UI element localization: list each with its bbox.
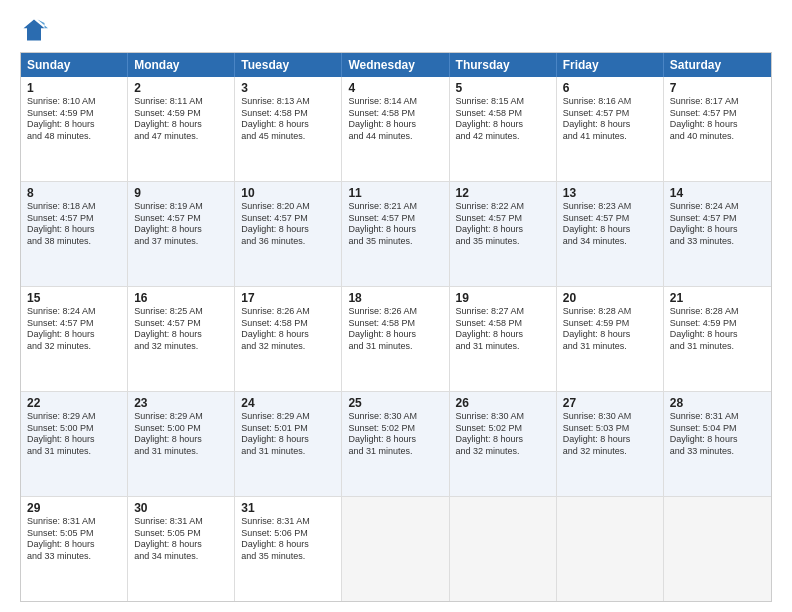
header-day-monday: Monday (128, 53, 235, 77)
calendar-row-4: 22Sunrise: 8:29 AM Sunset: 5:00 PM Dayli… (21, 391, 771, 496)
calendar-cell: 21Sunrise: 8:28 AM Sunset: 4:59 PM Dayli… (664, 287, 771, 391)
day-number: 5 (456, 81, 550, 95)
day-info: Sunrise: 8:26 AM Sunset: 4:58 PM Dayligh… (348, 306, 442, 353)
day-number: 25 (348, 396, 442, 410)
calendar-cell: 4Sunrise: 8:14 AM Sunset: 4:58 PM Daylig… (342, 77, 449, 181)
day-number: 9 (134, 186, 228, 200)
calendar-cell: 17Sunrise: 8:26 AM Sunset: 4:58 PM Dayli… (235, 287, 342, 391)
calendar-cell: 9Sunrise: 8:19 AM Sunset: 4:57 PM Daylig… (128, 182, 235, 286)
day-info: Sunrise: 8:16 AM Sunset: 4:57 PM Dayligh… (563, 96, 657, 143)
day-info: Sunrise: 8:23 AM Sunset: 4:57 PM Dayligh… (563, 201, 657, 248)
day-number: 21 (670, 291, 765, 305)
calendar-cell: 14Sunrise: 8:24 AM Sunset: 4:57 PM Dayli… (664, 182, 771, 286)
day-info: Sunrise: 8:31 AM Sunset: 5:06 PM Dayligh… (241, 516, 335, 563)
calendar-cell: 25Sunrise: 8:30 AM Sunset: 5:02 PM Dayli… (342, 392, 449, 496)
day-info: Sunrise: 8:28 AM Sunset: 4:59 PM Dayligh… (563, 306, 657, 353)
calendar-cell: 1Sunrise: 8:10 AM Sunset: 4:59 PM Daylig… (21, 77, 128, 181)
calendar-cell: 19Sunrise: 8:27 AM Sunset: 4:58 PM Dayli… (450, 287, 557, 391)
day-number: 29 (27, 501, 121, 515)
day-number: 10 (241, 186, 335, 200)
calendar-body: 1Sunrise: 8:10 AM Sunset: 4:59 PM Daylig… (21, 77, 771, 601)
day-info: Sunrise: 8:26 AM Sunset: 4:58 PM Dayligh… (241, 306, 335, 353)
header-day-sunday: Sunday (21, 53, 128, 77)
day-info: Sunrise: 8:21 AM Sunset: 4:57 PM Dayligh… (348, 201, 442, 248)
calendar-row-5: 29Sunrise: 8:31 AM Sunset: 5:05 PM Dayli… (21, 496, 771, 601)
calendar-cell: 20Sunrise: 8:28 AM Sunset: 4:59 PM Dayli… (557, 287, 664, 391)
calendar-cell: 3Sunrise: 8:13 AM Sunset: 4:58 PM Daylig… (235, 77, 342, 181)
calendar: SundayMondayTuesdayWednesdayThursdayFrid… (20, 52, 772, 602)
day-info: Sunrise: 8:18 AM Sunset: 4:57 PM Dayligh… (27, 201, 121, 248)
day-number: 28 (670, 396, 765, 410)
day-number: 23 (134, 396, 228, 410)
calendar-cell: 11Sunrise: 8:21 AM Sunset: 4:57 PM Dayli… (342, 182, 449, 286)
calendar-cell: 26Sunrise: 8:30 AM Sunset: 5:02 PM Dayli… (450, 392, 557, 496)
day-info: Sunrise: 8:22 AM Sunset: 4:57 PM Dayligh… (456, 201, 550, 248)
calendar-cell: 2Sunrise: 8:11 AM Sunset: 4:59 PM Daylig… (128, 77, 235, 181)
calendar-cell: 13Sunrise: 8:23 AM Sunset: 4:57 PM Dayli… (557, 182, 664, 286)
calendar-cell: 24Sunrise: 8:29 AM Sunset: 5:01 PM Dayli… (235, 392, 342, 496)
day-number: 11 (348, 186, 442, 200)
day-number: 3 (241, 81, 335, 95)
day-number: 16 (134, 291, 228, 305)
calendar-cell: 22Sunrise: 8:29 AM Sunset: 5:00 PM Dayli… (21, 392, 128, 496)
day-info: Sunrise: 8:13 AM Sunset: 4:58 PM Dayligh… (241, 96, 335, 143)
calendar-cell: 8Sunrise: 8:18 AM Sunset: 4:57 PM Daylig… (21, 182, 128, 286)
day-info: Sunrise: 8:30 AM Sunset: 5:02 PM Dayligh… (348, 411, 442, 458)
calendar-cell: 10Sunrise: 8:20 AM Sunset: 4:57 PM Dayli… (235, 182, 342, 286)
day-number: 15 (27, 291, 121, 305)
day-info: Sunrise: 8:11 AM Sunset: 4:59 PM Dayligh… (134, 96, 228, 143)
day-info: Sunrise: 8:15 AM Sunset: 4:58 PM Dayligh… (456, 96, 550, 143)
day-info: Sunrise: 8:17 AM Sunset: 4:57 PM Dayligh… (670, 96, 765, 143)
calendar-row-3: 15Sunrise: 8:24 AM Sunset: 4:57 PM Dayli… (21, 286, 771, 391)
day-info: Sunrise: 8:24 AM Sunset: 4:57 PM Dayligh… (27, 306, 121, 353)
logo (20, 16, 52, 44)
day-info: Sunrise: 8:24 AM Sunset: 4:57 PM Dayligh… (670, 201, 765, 248)
day-info: Sunrise: 8:28 AM Sunset: 4:59 PM Dayligh… (670, 306, 765, 353)
day-info: Sunrise: 8:20 AM Sunset: 4:57 PM Dayligh… (241, 201, 335, 248)
day-number: 12 (456, 186, 550, 200)
day-number: 26 (456, 396, 550, 410)
day-number: 18 (348, 291, 442, 305)
calendar-cell: 5Sunrise: 8:15 AM Sunset: 4:58 PM Daylig… (450, 77, 557, 181)
day-number: 17 (241, 291, 335, 305)
day-number: 24 (241, 396, 335, 410)
day-number: 14 (670, 186, 765, 200)
day-number: 8 (27, 186, 121, 200)
day-info: Sunrise: 8:31 AM Sunset: 5:05 PM Dayligh… (27, 516, 121, 563)
day-info: Sunrise: 8:25 AM Sunset: 4:57 PM Dayligh… (134, 306, 228, 353)
day-number: 4 (348, 81, 442, 95)
calendar-cell: 15Sunrise: 8:24 AM Sunset: 4:57 PM Dayli… (21, 287, 128, 391)
day-number: 6 (563, 81, 657, 95)
day-number: 19 (456, 291, 550, 305)
day-info: Sunrise: 8:30 AM Sunset: 5:02 PM Dayligh… (456, 411, 550, 458)
calendar-cell (450, 497, 557, 601)
calendar-row-2: 8Sunrise: 8:18 AM Sunset: 4:57 PM Daylig… (21, 181, 771, 286)
day-info: Sunrise: 8:27 AM Sunset: 4:58 PM Dayligh… (456, 306, 550, 353)
day-info: Sunrise: 8:29 AM Sunset: 5:00 PM Dayligh… (27, 411, 121, 458)
day-number: 7 (670, 81, 765, 95)
calendar-cell: 28Sunrise: 8:31 AM Sunset: 5:04 PM Dayli… (664, 392, 771, 496)
day-number: 2 (134, 81, 228, 95)
day-info: Sunrise: 8:10 AM Sunset: 4:59 PM Dayligh… (27, 96, 121, 143)
header-day-thursday: Thursday (450, 53, 557, 77)
calendar-row-1: 1Sunrise: 8:10 AM Sunset: 4:59 PM Daylig… (21, 77, 771, 181)
day-number: 30 (134, 501, 228, 515)
calendar-cell: 31Sunrise: 8:31 AM Sunset: 5:06 PM Dayli… (235, 497, 342, 601)
day-number: 20 (563, 291, 657, 305)
day-info: Sunrise: 8:30 AM Sunset: 5:03 PM Dayligh… (563, 411, 657, 458)
header-day-saturday: Saturday (664, 53, 771, 77)
header-day-friday: Friday (557, 53, 664, 77)
header-day-wednesday: Wednesday (342, 53, 449, 77)
day-info: Sunrise: 8:14 AM Sunset: 4:58 PM Dayligh… (348, 96, 442, 143)
day-number: 13 (563, 186, 657, 200)
day-number: 22 (27, 396, 121, 410)
calendar-cell: 6Sunrise: 8:16 AM Sunset: 4:57 PM Daylig… (557, 77, 664, 181)
calendar-cell (342, 497, 449, 601)
calendar-cell (557, 497, 664, 601)
calendar-cell: 18Sunrise: 8:26 AM Sunset: 4:58 PM Dayli… (342, 287, 449, 391)
calendar-cell: 30Sunrise: 8:31 AM Sunset: 5:05 PM Dayli… (128, 497, 235, 601)
day-number: 31 (241, 501, 335, 515)
calendar-cell: 7Sunrise: 8:17 AM Sunset: 4:57 PM Daylig… (664, 77, 771, 181)
calendar-header: SundayMondayTuesdayWednesdayThursdayFrid… (21, 53, 771, 77)
day-info: Sunrise: 8:19 AM Sunset: 4:57 PM Dayligh… (134, 201, 228, 248)
